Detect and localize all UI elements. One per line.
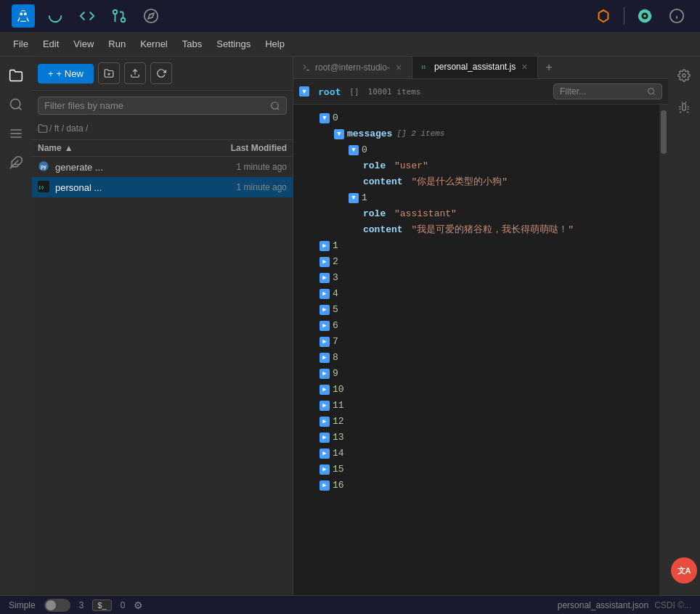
kernel-count: 0	[121, 600, 126, 610]
refresh-icon[interactable]	[44, 4, 67, 28]
tab-terminal[interactable]: root@intern-studio- ×	[293, 57, 412, 78]
json-row-3[interactable]: ▶ 3	[305, 270, 648, 286]
translate-button[interactable]: 文A	[671, 557, 697, 584]
tensorflow-icon[interactable]	[592, 4, 615, 28]
expand-1[interactable]: ▶	[320, 241, 330, 251]
compass-icon[interactable]	[139, 4, 163, 28]
col-name-header[interactable]: Name ▲	[38, 143, 192, 153]
status-bar: Simple 3 $_ 0 ⚙ personal_assistant.json …	[0, 595, 700, 614]
expand-8[interactable]: ▶	[320, 353, 330, 363]
expand-14[interactable]: ▶	[320, 449, 330, 459]
expand-16[interactable]: ▶	[320, 480, 330, 491]
json-row-role0: role "user"	[305, 158, 648, 174]
upload-button[interactable]	[124, 62, 146, 84]
status-toggle[interactable]	[44, 599, 70, 612]
expand-6[interactable]: ▶	[320, 321, 330, 331]
scrollbar-thumb[interactable]	[661, 110, 667, 154]
json-row-4[interactable]: ▶ 4	[305, 286, 648, 302]
new-button[interactable]: + + New	[38, 64, 94, 83]
expand-7[interactable]: ▶	[320, 337, 330, 347]
file-item-selected[interactable]: {:} personal ... 1 minute ago	[32, 177, 293, 197]
json-row-11[interactable]: ▶ 11	[305, 398, 648, 414]
tab-close-json[interactable]: ×	[520, 62, 529, 72]
json-filter-input[interactable]	[560, 86, 647, 97]
expand-2[interactable]: ▶	[320, 257, 330, 267]
sidebar-extensions-btn[interactable]	[3, 150, 29, 176]
tab-terminal-label: root@intern-studio-	[315, 62, 390, 73]
menu-help[interactable]: Help	[258, 36, 292, 52]
settings-right-btn[interactable]	[671, 62, 697, 89]
toolbar-right-icons	[592, 4, 688, 28]
expand-15[interactable]: ▶	[320, 464, 330, 475]
info-icon[interactable]	[665, 4, 688, 28]
plus-icon: +	[48, 68, 54, 79]
json-row-2[interactable]: ▶ 2	[305, 254, 648, 270]
svg-text:{:}: {:}	[38, 185, 44, 189]
collapse-messages[interactable]: ▼	[334, 129, 344, 139]
root-collapse-btn[interactable]: ▼	[299, 86, 309, 97]
menu-settings[interactable]: Settings	[209, 36, 258, 52]
json-filter-box[interactable]	[553, 83, 662, 99]
json-row-9[interactable]: ▶ 9	[305, 366, 648, 382]
file-modified: 1 minute ago	[192, 162, 287, 172]
code-icon[interactable]	[76, 4, 99, 28]
tab-close-terminal[interactable]: ×	[394, 62, 403, 73]
expand-4[interactable]: ▶	[320, 289, 330, 299]
json-row-15[interactable]: ▶ 15	[305, 462, 648, 478]
collapse-0[interactable]: ▼	[320, 113, 330, 123]
json-row-1[interactable]: ▶ 1	[305, 238, 648, 254]
logo-icon[interactable]	[12, 4, 35, 28]
menu-run[interactable]: Run	[101, 36, 133, 52]
expand-5[interactable]: ▶	[320, 305, 330, 315]
git-icon[interactable]	[107, 4, 131, 28]
json-row-msg0[interactable]: ▼ 0	[305, 142, 648, 158]
svg-text:{:}: {:}	[422, 65, 426, 69]
file-search-box[interactable]	[38, 97, 287, 115]
sourcetree-icon[interactable]	[633, 4, 656, 28]
menu-kernel[interactable]: Kernel	[133, 36, 175, 52]
expand-9[interactable]: ▶	[320, 369, 330, 379]
bug-right-btn[interactable]	[671, 94, 697, 120]
json-row-messages[interactable]: ▼ messages [] 2 items	[305, 126, 648, 142]
root-type-label: []	[349, 87, 359, 97]
refresh-files-button[interactable]	[150, 62, 172, 84]
scrollbar[interactable]	[659, 105, 668, 595]
json-row-7[interactable]: ▶ 7	[305, 334, 648, 350]
new-folder-button[interactable]	[98, 62, 120, 84]
sidebar-list-btn[interactable]	[3, 120, 29, 147]
key-messages: messages	[347, 127, 392, 142]
key-3: 3	[333, 271, 338, 286]
sort-icon: ▲	[65, 143, 73, 153]
json-row-12[interactable]: ▶ 12	[305, 414, 648, 430]
collapse-msg1[interactable]: ▼	[349, 193, 359, 203]
expand-11[interactable]: ▶	[320, 401, 330, 411]
json-row-5[interactable]: ▶ 5	[305, 302, 648, 318]
menu-file[interactable]: File	[6, 36, 36, 52]
sidebar-search-btn[interactable]	[3, 91, 29, 118]
expand-3[interactable]: ▶	[320, 273, 330, 283]
status-filename: personal_assistant.json	[558, 600, 648, 610]
tab-add-button[interactable]: +	[538, 57, 559, 78]
sidebar-files-btn[interactable]	[3, 62, 29, 89]
expand-10[interactable]: ▶	[320, 385, 330, 395]
file-search-input[interactable]	[44, 100, 270, 111]
json-row-0[interactable]: ▼ 0	[305, 110, 648, 126]
json-content[interactable]: ▼ 0 ▼ messages [] 2 items ▼ 0 role "user…	[293, 105, 659, 595]
menu-view[interactable]: View	[66, 36, 101, 52]
file-item[interactable]: py generate ... 1 minute ago	[32, 157, 293, 177]
json-row-14[interactable]: ▶ 14	[305, 446, 648, 462]
file-list: py generate ... 1 minute ago {:} persona…	[32, 157, 293, 595]
collapse-msg0[interactable]: ▼	[349, 145, 359, 155]
terminal-label: $_	[97, 601, 106, 610]
expand-13[interactable]: ▶	[320, 433, 330, 443]
menu-tabs[interactable]: Tabs	[175, 36, 209, 52]
json-row-16[interactable]: ▶ 16	[305, 478, 648, 494]
menu-edit[interactable]: Edit	[36, 36, 66, 52]
json-row-8[interactable]: ▶ 8	[305, 350, 648, 366]
json-row-6[interactable]: ▶ 6	[305, 318, 648, 334]
tab-json[interactable]: {:} personal_assistant.js ×	[412, 57, 538, 78]
expand-12[interactable]: ▶	[320, 417, 330, 427]
json-row-msg1[interactable]: ▼ 1	[305, 190, 648, 206]
json-row-10[interactable]: ▶ 10	[305, 382, 648, 398]
json-row-13[interactable]: ▶ 13	[305, 430, 648, 446]
